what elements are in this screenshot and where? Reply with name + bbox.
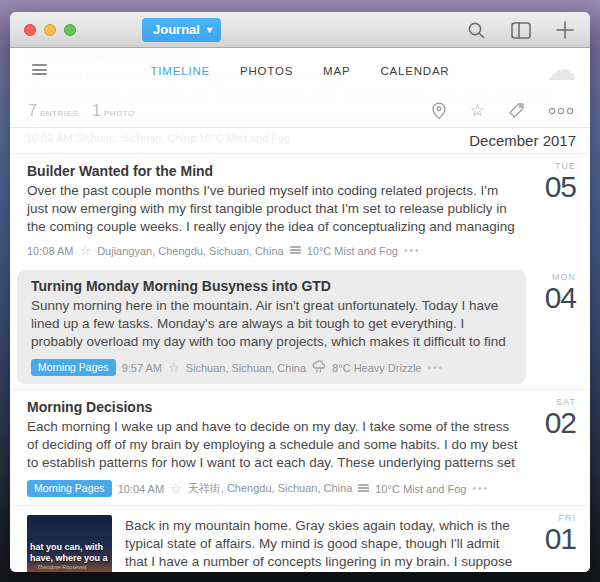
entries-count: 7ENTRIES (28, 102, 78, 120)
more-icon[interactable]: ••• (404, 245, 421, 256)
tab-calendar[interactable]: CALENDAR (380, 65, 449, 77)
month-header-row: December 2017 (10, 128, 590, 154)
entry-location: 天祥街, Chengdu, Sichuan, China (188, 481, 352, 496)
entry-body: Back in my mountain home. Gray skies aga… (112, 515, 520, 572)
photo-quote-line: hat you can, with (30, 542, 112, 553)
drizzle-weather-icon (312, 360, 326, 375)
chevron-down-icon: ▾ (207, 24, 212, 35)
tag-filter-icon[interactable] (508, 102, 525, 119)
app-window: Journal ▾ How to create opportunities? l… (10, 12, 590, 572)
month-header: December 2017 (469, 132, 576, 149)
entry-date: FRI 01 (526, 506, 590, 572)
entry-date: TUE 05 (526, 154, 590, 265)
photos-count: 1PHOTO (92, 102, 135, 120)
star-filter-icon[interactable]: ☆ (470, 102, 485, 119)
zoom-button[interactable] (64, 24, 76, 36)
more-icon[interactable]: ••• (472, 483, 489, 494)
traffic-lights (24, 24, 76, 36)
star-icon[interactable]: ☆ (170, 482, 182, 495)
entry-body: Over the past couple months I've buried … (27, 182, 520, 236)
location-filter-icon[interactable] (431, 102, 447, 120)
star-icon[interactable]: ☆ (168, 361, 180, 374)
journal-selector-button[interactable]: Journal ▾ (142, 18, 221, 42)
entry-date: MON 04 (526, 265, 590, 389)
new-entry-icon[interactable] (556, 21, 574, 39)
tag-chip[interactable]: Morning Pages (31, 359, 116, 376)
entry-day-number: 01 (526, 523, 576, 555)
more-icon[interactable]: ••• (427, 362, 444, 373)
entry-title: Turning Monday Morning Busyness into GTD (31, 278, 512, 294)
journal-entry-selected[interactable]: Turning Monday Morning Busyness into GTD… (10, 265, 590, 389)
entry-weather: 10°C Mist and Fog (375, 483, 466, 495)
journal-selector-label: Journal (153, 22, 200, 37)
entry-weather: 10°C Mist and Fog (307, 245, 398, 257)
fog-weather-icon (290, 246, 301, 255)
more-options-icon[interactable] (548, 106, 574, 116)
star-icon[interactable]: ☆ (79, 244, 91, 257)
entry-weather: 8°C Heavy Drizzle (332, 362, 421, 374)
nav-bar: TIMELINE PHOTOS MAP CALENDAR ☁ (10, 48, 590, 94)
fog-weather-icon (358, 484, 369, 493)
close-button[interactable] (24, 24, 36, 36)
weather-cloud-icon: ☁ (546, 50, 576, 90)
menu-icon[interactable] (32, 64, 47, 78)
tab-map[interactable]: MAP (323, 65, 350, 77)
entry-day-number: 02 (526, 407, 576, 439)
entry-title: Morning Decisions (27, 399, 520, 415)
split-view-icon[interactable] (511, 22, 531, 39)
entry-body: Each morning I wake up and have to decid… (27, 418, 520, 472)
tab-photos[interactable]: PHOTOS (240, 65, 293, 77)
entry-date: SAT 02 (526, 390, 590, 505)
timeline-scroll-area[interactable]: How to create opportunities? learned a l… (10, 48, 590, 572)
search-icon[interactable] (467, 21, 486, 40)
entry-day-number: 05 (526, 171, 576, 203)
entry-photo-thumbnail[interactable]: hat you can, with have, where you a Theo… (27, 515, 112, 572)
entry-time: 10:04 AM (118, 483, 164, 495)
entry-day-number: 04 (526, 282, 576, 314)
photo-quote-credit: Theodore Roosevelt (37, 564, 87, 570)
minimize-button[interactable] (44, 24, 56, 36)
entry-title: Builder Wanted for the Mind (27, 163, 520, 179)
tag-chip[interactable]: Morning Pages (27, 480, 112, 497)
journal-entry[interactable]: Builder Wanted for the Mind Over the pas… (10, 154, 590, 265)
tab-timeline[interactable]: TIMELINE (151, 65, 210, 77)
entry-body: Sunny morning here in the mountain. Air … (31, 297, 512, 351)
entry-time: 9:57 AM (122, 362, 162, 374)
journal-entry[interactable]: hat you can, with have, where you a Theo… (10, 505, 590, 572)
entry-location: Sichuan, Sichuan, China (186, 362, 306, 374)
journal-entry[interactable]: Morning Decisions Each morning I wake up… (10, 389, 590, 505)
entry-time: 10:08 AM (27, 245, 73, 257)
entry-location: Dujiangyan, Chengdu, Sichuan, China (97, 245, 284, 257)
photo-quote-line: have, where you a (30, 553, 112, 564)
stats-bar: 7ENTRIES 1PHOTO ☆ (10, 94, 590, 128)
title-bar: Journal ▾ (10, 12, 590, 48)
